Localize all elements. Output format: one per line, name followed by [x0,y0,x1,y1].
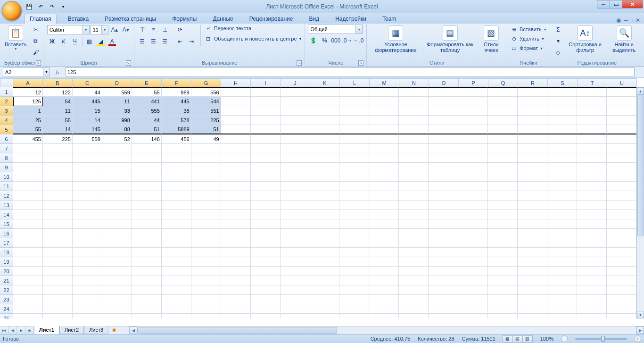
align-middle-icon[interactable]: ≡ [149,25,159,35]
chevron-down-icon[interactable]: ▼ [83,25,89,34]
cell[interactable] [43,285,73,295]
tab-data[interactable]: Данные [208,14,238,24]
chevron-down-icon[interactable]: ▼ [43,68,50,76]
cell[interactable] [607,144,636,153]
cell[interactable] [191,163,221,172]
shrink-font-icon[interactable]: A▾ [121,25,131,35]
zoom-level[interactable]: 100% [540,336,553,342]
undo-icon[interactable]: ↶ [36,2,45,11]
cell[interactable] [547,144,577,153]
cell[interactable] [43,144,73,153]
cell[interactable] [518,125,547,134]
cell[interactable] [162,304,191,314]
cell[interactable] [251,191,281,201]
cell[interactable] [458,219,488,229]
cell[interactable] [339,267,369,276]
cell[interactable] [191,314,221,318]
cell[interactable] [369,87,399,97]
cell[interactable] [251,116,281,125]
tab-review[interactable]: Рецензирование [245,14,298,24]
cell[interactable] [429,248,458,257]
office-button[interactable] [2,1,22,21]
cell[interactable] [399,248,429,257]
cell[interactable] [547,125,577,134]
cell[interactable] [458,106,488,116]
cell[interactable] [547,87,577,97]
cell[interactable] [102,182,132,191]
column-header[interactable]: P [459,78,488,87]
cell[interactable] [162,191,191,201]
accounting-format-icon[interactable]: 💲 [308,35,318,46]
cell[interactable] [221,144,251,153]
cut-icon[interactable]: ✂ [31,25,41,35]
cell[interactable] [488,295,518,304]
cell[interactable] [339,210,369,219]
align-left-icon[interactable]: ☰ [137,36,148,47]
maximize-button[interactable]: ▭ [610,0,622,8]
cell[interactable] [488,210,518,219]
cell[interactable] [13,248,43,257]
cell[interactable] [369,116,399,125]
cell[interactable] [488,248,518,257]
cell[interactable]: 445 [162,97,191,106]
cell[interactable]: 148 [132,134,162,144]
cell[interactable] [162,182,191,191]
cell[interactable] [162,172,191,182]
cell[interactable] [281,229,310,238]
cell[interactable]: 225 [191,116,221,125]
cell[interactable] [607,238,636,248]
formula-input[interactable]: 125 [65,67,635,76]
cell[interactable] [577,210,607,219]
cell[interactable] [577,267,607,276]
grid-body[interactable]: 1121224455955989556212554445114414455443… [0,87,636,318]
cell[interactable] [162,285,191,295]
cell[interactable] [429,134,458,144]
cell[interactable] [221,257,251,267]
cell[interactable] [310,295,340,304]
column-header[interactable]: I [251,78,281,87]
cell[interactable] [369,257,399,267]
cell[interactable] [369,267,399,276]
cell[interactable]: 55 [132,87,162,97]
cell[interactable] [339,238,369,248]
cell[interactable] [607,153,636,163]
cell[interactable] [73,210,102,219]
cell[interactable] [399,134,429,144]
cell[interactable] [221,219,251,229]
cell[interactable] [399,172,429,182]
cell[interactable]: 14 [73,116,102,125]
cell[interactable] [73,201,102,210]
cell[interactable] [429,229,458,238]
cell[interactable] [399,314,429,318]
cell[interactable] [221,229,251,238]
cell[interactable] [369,210,399,219]
cell[interactable] [43,248,73,257]
horizontal-scrollbar[interactable]: ◀ ▶ [129,326,644,334]
cell[interactable] [162,219,191,229]
cell[interactable] [518,163,547,172]
cell[interactable] [132,229,162,238]
cell[interactable] [577,314,607,318]
cell[interactable] [221,116,251,125]
cell[interactable]: 551 [191,106,221,116]
minimize-ribbon-icon[interactable]: ─ [624,17,628,24]
cell[interactable] [73,285,102,295]
cell[interactable]: 33 [102,106,132,116]
paste-button[interactable]: 📋 Вставить ▼ [3,25,29,51]
cell[interactable]: 15 [73,106,102,116]
row-header[interactable]: 2 [0,97,13,106]
cell[interactable] [13,144,43,153]
cell[interactable] [518,314,547,318]
cell[interactable] [399,210,429,219]
cell[interactable] [191,304,221,314]
cell[interactable] [488,191,518,201]
row-header[interactable]: 23 [0,295,13,304]
cell[interactable] [399,201,429,210]
cell[interactable] [429,163,458,172]
column-header[interactable]: C [73,78,102,87]
cell[interactable] [547,238,577,248]
cell[interactable] [221,285,251,295]
cell[interactable] [191,248,221,257]
zoom-knob[interactable] [601,336,605,342]
cell[interactable] [221,304,251,314]
